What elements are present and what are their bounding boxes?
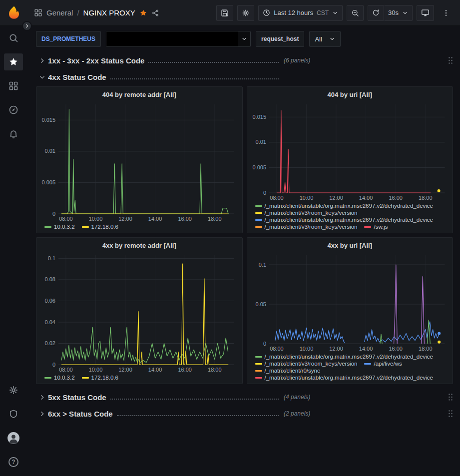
breadcrumb-section[interactable]: General: [46, 8, 73, 17]
svg-text:0.01: 0.01: [45, 148, 55, 154]
chevron-down-icon: [329, 36, 335, 42]
legend-item[interactable]: 10.0.3.2: [44, 375, 75, 381]
compass-icon: [8, 105, 18, 115]
legend-swatch: [364, 363, 371, 365]
panel-title[interactable]: 404 by uri [All]: [250, 89, 450, 99]
legend-label: /_matrix/client/unstable/org.matrix.msc2…: [265, 217, 434, 223]
legend-item[interactable]: 172.18.0.6: [82, 224, 118, 230]
kebab-menu-icon: [442, 9, 450, 17]
panel-count: (6 panels): [284, 57, 310, 64]
panel-title[interactable]: 404 by remote addr [All]: [39, 89, 239, 99]
legend-item[interactable]: /sw.js: [364, 224, 388, 230]
row-title: 4xx Status Code: [48, 73, 106, 81]
legend-label: /_matrix/client/v3/room_keys/version: [265, 210, 358, 216]
sidebar-item-profile[interactable]: [0, 426, 27, 450]
legend-item[interactable]: /_matrix/client/r0/sync: [255, 368, 320, 374]
legend-item[interactable]: /_matrix/client/v3/room_keys/version: [255, 210, 358, 216]
legend-item[interactable]: /_matrix/client/unstable/org.matrix.msc2…: [255, 217, 434, 223]
refresh-interval-dropdown[interactable]: 30s: [384, 5, 413, 21]
legend-item[interactable]: /api/live/ws: [364, 361, 402, 367]
dashboard-main: DS_PROMETHEUS request_host All 1xx - 3xx…: [27, 26, 460, 476]
svg-text:18:00: 18:00: [208, 216, 222, 222]
legend-label: /sw.js: [374, 224, 388, 230]
legend-item[interactable]: 172.18.0.6: [82, 375, 118, 381]
legend-swatch: [44, 377, 51, 379]
legend-item[interactable]: 10.0.3.2: [44, 224, 75, 230]
sidebar-item-help[interactable]: ?: [0, 450, 27, 474]
chart-legend: /_matrix/client/unstable/org.matrix.msc2…: [250, 353, 450, 382]
row-6xx-status-code[interactable]: 6xx > Status Code (2 panels): [36, 407, 453, 421]
chevron-down-icon: [332, 10, 338, 16]
refresh-button[interactable]: [368, 5, 384, 21]
timezone-label: CST: [317, 9, 329, 16]
drag-handle-icon[interactable]: [448, 410, 453, 418]
drag-handle-icon[interactable]: [448, 393, 453, 401]
more-options-button[interactable]: [438, 5, 454, 21]
panel-404-by-uri: 404 by uri [All] 08:0010:0012:0014:0016:…: [247, 86, 454, 233]
legend-label: 172.18.0.6: [91, 224, 118, 230]
request-host-variable-label[interactable]: request_host: [256, 31, 304, 47]
time-series-chart[interactable]: 08:0010:0012:0014:0016:0018:0000.020.040…: [39, 250, 239, 374]
datasource-variable-label[interactable]: DS_PROMETHEUS: [36, 31, 101, 47]
sidebar-item-configuration[interactable]: [0, 378, 27, 402]
legend-item[interactable]: /_matrix/client/v3/room_keys/version: [255, 361, 358, 367]
request-host-value: All: [315, 35, 322, 43]
share-icon[interactable]: [151, 9, 159, 17]
legend-label: /api/live/ws: [374, 361, 402, 367]
chart-legend: 10.0.3.2172.18.0.6: [39, 374, 239, 382]
svg-text:0.1: 0.1: [258, 262, 266, 268]
legend-swatch: [255, 226, 262, 228]
time-range-picker[interactable]: Last 12 hours CST: [258, 5, 343, 21]
sidebar-item-server-admin[interactable]: [0, 402, 27, 426]
svg-text:08:00: 08:00: [59, 216, 73, 222]
top-header: General / NGINX PROXY Last 12 hours CST: [0, 0, 460, 26]
time-series-chart[interactable]: 08:0010:0012:0014:0016:0018:0000.0050.01…: [250, 99, 450, 202]
favorite-star-icon[interactable]: [139, 9, 147, 17]
legend-item[interactable]: /_matrix/client/unstable/org.matrix.msc2…: [255, 203, 434, 209]
breadcrumb: General / NGINX PROXY: [34, 8, 159, 17]
sidebar-item-dashboards[interactable]: [0, 74, 27, 98]
chevron-down-icon: [36, 74, 48, 80]
kiosk-mode-button[interactable]: [417, 5, 434, 21]
save-dashboard-button[interactable]: [216, 5, 233, 21]
panel-count: (4 panels): [284, 394, 310, 401]
sidebar-collapse-button[interactable]: [22, 21, 32, 31]
avatar: [7, 432, 20, 445]
dashboard-settings-button[interactable]: [237, 5, 254, 21]
request-host-value-dropdown[interactable]: All: [309, 31, 340, 47]
legend-item[interactable]: /_matrix/client/v3/room_keys/version: [255, 224, 358, 230]
chart-legend: /_matrix/client/unstable/org.matrix.msc2…: [250, 202, 450, 231]
svg-text:0.06: 0.06: [45, 298, 55, 304]
svg-text:0.01: 0.01: [255, 139, 266, 145]
row-5xx-status-code[interactable]: 5xx Status Code (4 panels): [36, 390, 453, 404]
svg-text:14:00: 14:00: [359, 346, 373, 352]
time-series-chart[interactable]: 08:0010:0012:0014:0016:0018:0000.050.1: [250, 250, 450, 353]
panel-title[interactable]: 4xx by uri [All]: [250, 240, 450, 250]
sidebar-item-starred[interactable]: [0, 50, 27, 74]
zoom-out-button[interactable]: [347, 5, 364, 21]
datasource-value-dropdown[interactable]: [106, 31, 251, 47]
header-actions: Last 12 hours CST 30s: [216, 5, 454, 21]
legend-label: /_matrix/client/unstable/org.matrix.msc2…: [265, 375, 434, 381]
time-series-chart[interactable]: 08:0010:0012:0014:0016:0018:0000.0050.01…: [39, 99, 239, 223]
chart-legend: 10.0.3.2172.18.0.6: [39, 223, 239, 231]
grafana-logo-icon[interactable]: [6, 5, 21, 20]
panel-title[interactable]: 4xx by remote addr [All]: [39, 240, 239, 250]
legend-item[interactable]: /_matrix/client/unstable/org.matrix.msc2…: [255, 375, 434, 381]
legend-swatch: [44, 226, 51, 228]
svg-text:10:00: 10:00: [299, 346, 313, 352]
bell-icon: [8, 129, 18, 139]
row-title: 1xx - 3xx - 2xx Status Code: [48, 56, 144, 65]
row-title: 5xx Status Code: [48, 393, 106, 402]
drag-handle-icon[interactable]: [448, 56, 453, 64]
sidebar-item-search[interactable]: [0, 26, 27, 50]
row-4xx-status-code[interactable]: 4xx Status Code: [36, 70, 453, 84]
apps-icon: [8, 81, 18, 91]
legend-item[interactable]: /_matrix/client/unstable/org.matrix.msc2…: [255, 354, 434, 360]
breadcrumb-dashboard-title[interactable]: NGINX PROXY: [83, 8, 135, 17]
row-1xx-3xx-2xx-status-code[interactable]: 1xx - 3xx - 2xx Status Code (6 panels): [36, 53, 453, 67]
sidebar-item-explore[interactable]: [0, 98, 27, 122]
legend-swatch: [255, 356, 262, 358]
sidebar-item-alerting[interactable]: [0, 122, 27, 146]
svg-text:0.04: 0.04: [45, 319, 55, 325]
